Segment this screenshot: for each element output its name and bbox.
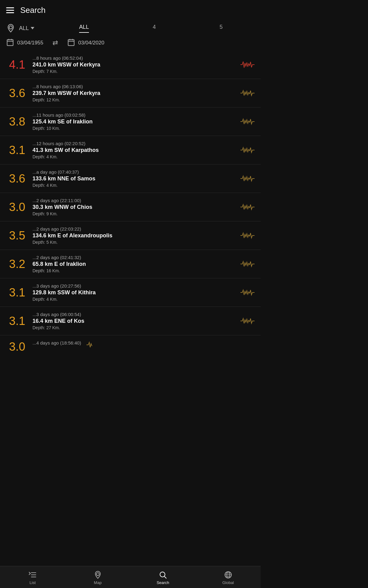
svg-rect-1 [7,40,13,46]
page-title: Search [20,6,45,15]
global-icon [224,571,232,579]
earthquake-location: 129.8 km SSW of Kithira [33,289,235,296]
bottom-navigation: List Map Search Global [0,566,261,588]
magnitude-value: 3.8 [6,115,28,128]
earthquake-info-partial: ...4 days ago (18:56:40) [33,340,81,346]
waveform-icon [85,340,101,349]
earthquake-time: ...8 hours ago (06:52:04) [33,55,235,61]
earthquake-location: 239.7 km WSW of Kerkyra [33,90,235,96]
filter-row-magnitude: ALL ALL 4 5 [6,24,255,33]
swap-icon: ⇄ [52,39,58,47]
earthquake-depth: Depth: 4 Km. [33,183,235,188]
svg-point-12 [96,573,99,575]
magnitude-value: 3.0 [6,340,28,353]
earthquake-list: 4.1 ...8 hours ago (06:52:04) 241.0 km W… [0,51,261,356]
earthquake-time: ...4 days ago (18:56:40) [33,340,81,345]
earthquake-time: ...3 days ago (20:27:56) [33,283,235,288]
nav-list[interactable]: List [0,566,65,588]
earthquake-location: 241.0 km WSW of Kerkyra [33,62,235,68]
svg-point-13 [160,572,165,577]
earthquake-item[interactable]: 3.1 ...3 days ago (20:27:56) 129.8 km SS… [0,278,261,307]
nav-search[interactable]: Search [130,566,196,588]
earthquake-depth: Depth: 9 Km. [33,211,235,216]
menu-button[interactable] [6,7,14,13]
earthquake-info: ...12 hours ago (02:20:52) 41.3 km SW of… [33,141,235,159]
map-icon [94,571,102,579]
magnitude-value: 3.1 [6,286,28,299]
earthquake-time: ...2 days ago (02:41:32) [33,255,235,260]
earthquake-depth: Depth: 12 Km. [33,97,235,102]
earthquake-time: ...11 hours ago (03:02:58) [33,112,235,118]
earthquake-depth: Depth: 27 Km. [33,325,235,330]
earthquake-location: 30.3 km WNW of Chios [33,204,235,210]
location-icon [6,24,15,33]
svg-rect-5 [68,40,74,46]
waveform-icon [239,117,255,126]
waveform-icon [239,202,255,212]
header: Search [0,0,261,21]
nav-global-label: Global [222,580,234,585]
tab-5[interactable]: 5 [220,24,223,33]
nav-global[interactable]: Global [196,566,261,588]
filters-section: ALL ALL 4 5 03/04/1955 ⇄ [0,21,261,51]
waveform-icon [239,231,255,240]
earthquake-time: ...2 days ago (22:03:22) [33,226,235,232]
earthquake-depth: Depth: 4 Km. [33,154,235,159]
earthquake-depth: Depth: 5 Km. [33,240,235,245]
waveform-icon [239,174,255,183]
svg-line-14 [165,576,167,578]
earthquake-time: ...2 days ago (22:11:00) [33,198,235,203]
magnitude-tabs: ALL 4 5 [47,24,255,33]
earthquake-info: ...8 hours ago (06:52:04) 241.0 km WSW o… [33,55,235,74]
date-from[interactable]: 03/04/1955 [17,40,43,46]
magnitude-value: 3.6 [6,87,28,100]
location-dropdown[interactable]: ALL [19,25,34,32]
waveform-icon [239,145,255,155]
magnitude-value: 3.5 [6,229,28,242]
date-to[interactable]: 03/04/2020 [78,40,104,46]
tab-4[interactable]: 4 [153,24,156,33]
earthquake-item[interactable]: 3.2 ...2 days ago (02:41:32) 65.8 km E o… [0,250,261,278]
nav-map[interactable]: Map [65,566,131,588]
earthquake-item[interactable]: 3.6 ...8 hours ago (06:13:06) 239.7 km W… [0,79,261,107]
earthquake-item[interactable]: 3.1 ...3 days ago (06:00:54) 16.4 km ENE… [0,307,261,335]
earthquake-item[interactable]: 3.1 ...12 hours ago (02:20:52) 41.3 km S… [0,136,261,164]
earthquake-location: 125.4 km SE of Iraklion [33,119,235,125]
earthquake-item-partial[interactable]: 3.0 ...4 days ago (18:56:40) [0,335,261,356]
earthquake-item[interactable]: 3.8 ...11 hours ago (03:02:58) 125.4 km … [0,107,261,136]
earthquake-time: ...12 hours ago (02:20:52) [33,141,235,146]
dropdown-arrow-icon [31,27,34,29]
earthquake-info: ...11 hours ago (03:02:58) 125.4 km SE o… [33,112,235,131]
earthquake-time: ...a day ago (07:40:37) [33,169,235,175]
waveform-icon [239,60,255,69]
earthquake-item[interactable]: 4.1 ...8 hours ago (06:52:04) 241.0 km W… [0,51,261,79]
earthquake-info: ...3 days ago (06:00:54) 16.4 km ENE of … [33,312,235,330]
svg-point-0 [9,26,12,29]
earthquake-info: ...2 days ago (22:11:00) 30.3 km WNW of … [33,198,235,216]
waveform-icon [239,259,255,269]
nav-list-label: List [29,580,36,585]
calendar-from-icon[interactable] [6,38,14,47]
earthquake-item[interactable]: 3.0 ...2 days ago (22:11:00) 30.3 km WNW… [0,193,261,221]
earthquake-item[interactable]: 3.6 ...a day ago (07:40:37) 133.6 km NNE… [0,164,261,193]
waveform-icon [239,288,255,297]
nav-search-label: Search [157,580,169,585]
earthquake-depth: Depth: 10 Km. [33,126,235,131]
filter-row-date: 03/04/1955 ⇄ 03/04/2020 [6,38,255,47]
earthquake-item[interactable]: 3.5 ...2 days ago (22:03:22) 134.6 km E … [0,221,261,250]
magnitude-value: 3.1 [6,144,28,157]
tab-all[interactable]: ALL [79,24,89,33]
calendar-to-icon[interactable] [67,38,75,47]
magnitude-value: 3.0 [6,201,28,214]
earthquake-time: ...3 days ago (06:00:54) [33,312,235,317]
earthquake-info: ...a day ago (07:40:37) 133.6 km NNE of … [33,169,235,188]
earthquake-info: ...2 days ago (22:03:22) 134.6 km E of A… [33,226,235,245]
magnitude-value: 3.2 [6,258,28,271]
pin-icon [6,24,15,33]
earthquake-location: 134.6 km E of Alexandroupolis [33,232,235,239]
nav-map-label: Map [94,580,102,585]
waveform-icon [239,316,255,326]
earthquake-location: 65.8 km E of Iraklion [33,261,235,267]
list-icon [28,571,37,579]
search-icon [159,571,167,579]
